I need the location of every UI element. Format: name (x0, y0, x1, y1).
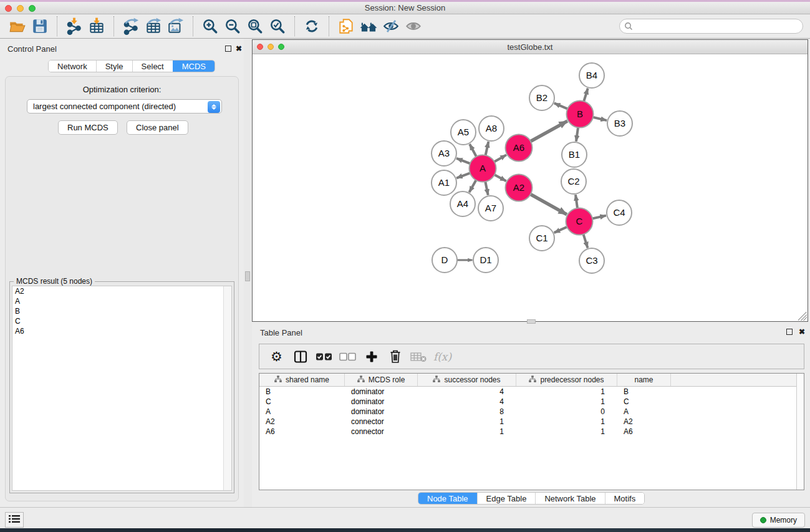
zoom-window-button[interactable] (29, 5, 36, 12)
table-tab-edge-table[interactable]: Edge Table (477, 493, 536, 504)
mcds-result-item[interactable]: C (12, 316, 231, 326)
delete-column-icon[interactable] (385, 347, 405, 366)
table-close-icon[interactable]: ✖ (799, 329, 805, 335)
table-tab-node-table[interactable]: Node Table (418, 493, 477, 504)
refresh-layout-icon[interactable] (301, 16, 323, 37)
table-tab-network-table[interactable]: Network Table (535, 493, 604, 504)
mcds-result-item[interactable]: A6 (12, 326, 231, 336)
table-cell[interactable]: 4 (418, 397, 516, 407)
table-cell[interactable]: A2 (617, 417, 671, 427)
net-minimize-button[interactable] (268, 44, 274, 50)
mcds-result-item[interactable]: A2 (12, 286, 231, 296)
column-header-name[interactable]: name (617, 374, 671, 386)
network-graph[interactable]: B4B2BB3A8A5A6A3B1AC2A1A2A4A7C4CC1DD1C3 (253, 54, 808, 321)
table-cell[interactable]: 8 (418, 407, 516, 417)
table-cell[interactable]: 0 (516, 407, 617, 417)
column-header-MCDS-role[interactable]: MCDS role (345, 374, 418, 386)
show-eye-icon[interactable] (402, 16, 425, 37)
table-tab-motifs[interactable]: Motifs (605, 493, 645, 504)
memory-button[interactable]: Memory (752, 513, 805, 528)
column-header-shared-name[interactable]: shared name (259, 374, 345, 386)
import-network-icon[interactable] (63, 16, 85, 37)
table-scrollbar[interactable] (796, 374, 804, 490)
float-panel-icon[interactable] (225, 46, 231, 52)
table-cell[interactable]: dominator (345, 397, 418, 407)
table-cell[interactable]: A6 (259, 427, 345, 437)
table-cell[interactable]: 4 (418, 387, 516, 397)
settings-gear-icon[interactable]: ⚙ (267, 347, 286, 366)
result-list-scrollbar[interactable] (223, 286, 231, 490)
close-panel-icon[interactable]: ✖ (236, 46, 242, 52)
table-cell[interactable]: C (617, 397, 671, 407)
zoom-in-icon[interactable] (199, 16, 221, 37)
table-cell[interactable]: 1 (516, 417, 617, 427)
table-cell[interactable]: dominator (345, 387, 418, 397)
export-table-icon[interactable] (142, 16, 165, 37)
select-all-checks-icon[interactable] (314, 347, 334, 366)
hide-selected-eye-icon[interactable] (380, 16, 402, 37)
table-cell[interactable]: C (259, 397, 345, 407)
table-cell[interactable]: connector (345, 427, 418, 437)
tab-network[interactable]: Network (49, 60, 96, 72)
table-panel-title: Table Panel (260, 328, 302, 337)
table-cell[interactable]: 1 (516, 397, 617, 407)
run-mcds-button[interactable]: Run MCDS (58, 120, 118, 135)
criterion-dropdown[interactable]: largest connected component (directed) (27, 99, 222, 114)
import-table-icon[interactable] (85, 16, 108, 37)
table-row[interactable]: Bdominator41B (259, 387, 804, 397)
column-header-predecessor-nodes[interactable]: predecessor nodes (516, 374, 617, 386)
table-row[interactable]: A6connector11A6 (259, 427, 804, 437)
table-cell[interactable]: A2 (259, 417, 345, 427)
table-cell[interactable]: dominator (345, 407, 418, 417)
net-zoom-button[interactable] (278, 44, 284, 50)
save-icon[interactable] (29, 16, 51, 37)
column-visibility-icon[interactable] (291, 347, 310, 366)
task-history-button[interactable] (5, 512, 24, 528)
zoom-out-icon[interactable] (221, 16, 244, 37)
canvas-hscroll-grip[interactable] (527, 319, 536, 324)
table-float-icon[interactable] (786, 329, 793, 335)
mcds-result-item[interactable]: A (12, 296, 231, 306)
mcds-result-list[interactable]: A2ABCA6 (12, 286, 232, 491)
export-network-icon[interactable] (120, 16, 142, 37)
table-cell[interactable]: 1 (418, 427, 516, 437)
splitter-grip[interactable] (245, 271, 250, 281)
panel-splitter[interactable] (244, 39, 252, 507)
table-row[interactable]: Cdominator41C (259, 397, 804, 407)
tab-mcds[interactable]: MCDS (173, 60, 215, 72)
table-header-row: shared nameMCDS rolesuccessor nodesprede… (259, 374, 804, 387)
clone-network-icon[interactable] (335, 16, 357, 37)
table-cell[interactable]: 1 (516, 427, 617, 437)
table-cell[interactable]: connector (345, 417, 418, 427)
zoom-fit-icon[interactable] (244, 16, 266, 37)
table-cell[interactable]: A6 (617, 427, 671, 437)
net-close-button[interactable] (257, 44, 263, 50)
deselect-all-checks-icon[interactable] (338, 347, 357, 366)
table-cell[interactable]: A (617, 407, 671, 417)
window-resize-grip[interactable] (798, 312, 807, 321)
table-cell[interactable]: A (259, 407, 345, 417)
tab-style[interactable]: Style (96, 60, 132, 72)
table-cell[interactable]: B (259, 387, 345, 397)
network-canvas[interactable]: B4B2BB3A8A5A6A3B1AC2A1A2A4A7C4CC1DD1C3 (253, 54, 808, 321)
table-cell[interactable]: 1 (418, 417, 516, 427)
criterion-dropdown-value: largest connected component (directed) (33, 102, 176, 111)
function-builder-disabled-icon: f(x) (433, 347, 452, 366)
minimize-window-button[interactable] (17, 5, 24, 12)
table-cell[interactable]: 1 (516, 387, 617, 397)
export-image-icon[interactable] (165, 16, 187, 37)
mcds-result-item[interactable]: B (12, 306, 231, 316)
search-input[interactable] (619, 19, 803, 34)
add-column-icon[interactable] (362, 347, 381, 366)
table-row[interactable]: A2connector11A2 (259, 417, 804, 427)
table-cell[interactable]: B (617, 387, 671, 397)
tab-select[interactable]: Select (132, 60, 173, 72)
home-pair-icon[interactable] (357, 16, 380, 37)
close-window-button[interactable] (5, 5, 12, 12)
column-header-successor-nodes[interactable]: successor nodes (418, 374, 516, 386)
table-row[interactable]: Adominator80A (259, 407, 804, 417)
network-window-titlebar[interactable]: testGlobe.txt (253, 40, 808, 54)
open-folder-icon[interactable] (6, 16, 29, 37)
zoom-selected-icon[interactable] (266, 16, 289, 37)
close-panel-button[interactable]: Close panel (127, 120, 188, 135)
